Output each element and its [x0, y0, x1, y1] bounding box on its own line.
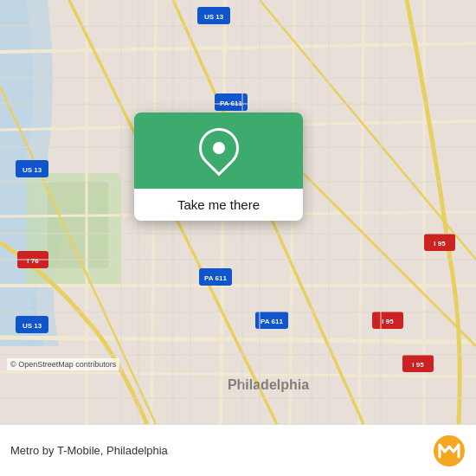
popup-header [134, 113, 303, 189]
svg-point-60 [434, 435, 465, 466]
bottom-bar: Metro by T-Mobile, Philadelphia [0, 424, 476, 476]
svg-text:US 13: US 13 [204, 13, 224, 21]
location-popup: Take me there [134, 113, 303, 221]
svg-text:PA 611: PA 611 [204, 274, 227, 282]
svg-text:Philadelphia: Philadelphia [228, 377, 309, 392]
map-view[interactable]: US 13 US 13 US 13 PA 611 PA 611 PA 611 I… [0, 0, 476, 424]
svg-text:PA 611: PA 611 [261, 318, 283, 325]
map-attribution: © OpenStreetMap contributors [7, 358, 119, 370]
svg-text:I 95: I 95 [412, 361, 424, 369]
location-pin-dot [213, 142, 225, 154]
moovit-logo-icon [433, 434, 466, 467]
svg-text:US 13: US 13 [23, 166, 42, 174]
take-me-there-button[interactable]: Take me there [134, 189, 303, 221]
location-pin-icon [190, 119, 247, 176]
svg-text:US 13: US 13 [23, 322, 42, 330]
svg-text:I 76: I 76 [27, 257, 39, 265]
svg-text:I 95: I 95 [434, 240, 446, 248]
location-label: Metro by T-Mobile, Philadelphia [10, 444, 168, 457]
svg-text:I 95: I 95 [382, 318, 394, 325]
